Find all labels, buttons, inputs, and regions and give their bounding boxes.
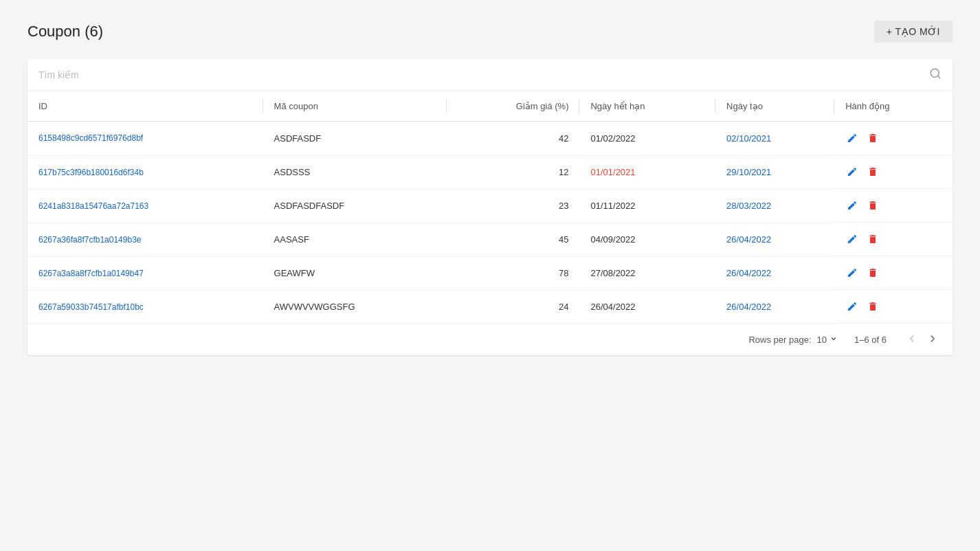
- cell-created: 29/10/2021: [715, 155, 834, 189]
- cell-actions: [834, 223, 953, 256]
- edit-button[interactable]: [845, 165, 859, 179]
- cell-created: 28/03/2022: [715, 189, 834, 223]
- cell-id[interactable]: 6267a3a8a8f7cfb1a0149b47: [27, 256, 263, 290]
- cell-id[interactable]: 6241a8318a15476aa72a7163: [27, 189, 263, 223]
- next-page-button[interactable]: [924, 331, 942, 348]
- cell-coupon-code: AASASF: [263, 223, 447, 256]
- col-header-coupon-code: Mã coupon: [263, 91, 447, 122]
- table-row: 6267a3a8a8f7cfb1a0149b47GEAWFW7827/08/20…: [27, 256, 953, 290]
- chevron-down-icon: [829, 335, 838, 345]
- svg-line-1: [937, 76, 939, 78]
- search-input[interactable]: [38, 69, 924, 80]
- table-row: 617b75c3f96b180016d6f34bASDSSS1201/01/20…: [27, 155, 953, 189]
- delete-button[interactable]: [866, 266, 880, 280]
- cell-coupon-code: AWVWVVWGGSFG: [263, 290, 447, 324]
- cell-created: 26/04/2022: [715, 256, 834, 290]
- delete-button[interactable]: [866, 300, 880, 313]
- cell-expiry: 27/08/2022: [579, 256, 715, 290]
- table-body: 6158498c9cd6571f6976d8bfASDFASDF4201/02/…: [27, 122, 953, 324]
- col-header-actions: Hành động: [834, 91, 953, 122]
- search-bar: [27, 59, 953, 91]
- pagination-nav: [903, 331, 942, 348]
- delete-button[interactable]: [866, 199, 880, 212]
- edit-button[interactable]: [845, 131, 859, 145]
- delete-button[interactable]: [866, 232, 880, 246]
- cell-created: 02/10/2021: [715, 122, 834, 156]
- cell-coupon-code: GEAWFW: [263, 256, 447, 290]
- cell-actions: [834, 189, 953, 223]
- col-header-expiry: Ngày hết hạn: [579, 91, 715, 122]
- prev-page-button[interactable]: [903, 331, 921, 348]
- cell-created: 26/04/2022: [715, 223, 834, 256]
- pagination-info: 1–6 of 6: [854, 335, 887, 345]
- cell-actions: [834, 155, 953, 189]
- table-row: 6241a8318a15476aa72a7163ASDFASDFASDF2301…: [27, 189, 953, 223]
- rows-per-page-label: Rows per page:: [748, 335, 811, 345]
- delete-button[interactable]: [866, 165, 880, 179]
- edit-button[interactable]: [845, 199, 859, 212]
- cell-discount: 23: [447, 189, 580, 223]
- cell-expiry: 01/01/2021: [579, 155, 715, 189]
- page-title: Coupon (6): [27, 23, 103, 41]
- col-header-created: Ngày tạo: [715, 91, 834, 122]
- cell-id[interactable]: 6267a59033b74517afbf10bc: [27, 290, 263, 324]
- edit-button[interactable]: [845, 232, 859, 246]
- cell-discount: 78: [447, 256, 580, 290]
- cell-discount: 24: [447, 290, 580, 324]
- table-row: 6267a59033b74517afbf10bcAWVWVVWGGSFG2426…: [27, 290, 953, 324]
- table-header-row: ID Mã coupon Giảm giá (%) Ngày hết hạn N…: [27, 91, 953, 122]
- create-button[interactable]: + TẠO MỚI: [874, 21, 953, 43]
- table-row: 6267a36fa8f7cfb1a0149b3eAASASF4504/09/20…: [27, 223, 953, 256]
- cell-discount: 42: [447, 122, 580, 156]
- cell-discount: 45: [447, 223, 580, 256]
- page-header: Coupon (6) + TẠO MỚI: [27, 21, 953, 43]
- rows-per-page-select[interactable]: 10: [817, 335, 838, 345]
- search-icon: [929, 67, 942, 82]
- edit-button[interactable]: [845, 266, 859, 280]
- cell-expiry: 01/02/2022: [579, 122, 715, 156]
- cell-discount: 12: [447, 155, 580, 189]
- table-row: 6158498c9cd6571f6976d8bfASDFASDF4201/02/…: [27, 122, 953, 156]
- rows-per-page-value: 10: [817, 335, 827, 345]
- coupons-table: ID Mã coupon Giảm giá (%) Ngày hết hạn N…: [27, 91, 953, 324]
- col-header-discount: Giảm giá (%): [447, 91, 580, 122]
- table-footer: Rows per page: 10 1–6 of 6: [27, 324, 953, 355]
- cell-actions: [834, 290, 953, 324]
- page-container: Coupon (6) + TẠO MỚI ID Mã coupon Giảm g…: [0, 0, 980, 376]
- edit-button[interactable]: [845, 300, 859, 313]
- cell-actions: [834, 122, 953, 155]
- cell-id[interactable]: 617b75c3f96b180016d6f34b: [27, 155, 263, 189]
- rows-per-page-container: Rows per page: 10: [748, 335, 838, 345]
- cell-expiry: 01/11/2022: [579, 189, 715, 223]
- cell-coupon-code: ASDFASDFASDF: [263, 189, 447, 223]
- cell-actions: [834, 256, 953, 290]
- col-header-id: ID: [27, 91, 263, 122]
- cell-coupon-code: ASDSSS: [263, 155, 447, 189]
- cell-id[interactable]: 6158498c9cd6571f6976d8bf: [27, 122, 263, 156]
- cell-created: 26/04/2022: [715, 290, 834, 324]
- cell-id[interactable]: 6267a36fa8f7cfb1a0149b3e: [27, 223, 263, 256]
- delete-button[interactable]: [866, 131, 880, 145]
- cell-coupon-code: ASDFASDF: [263, 122, 447, 156]
- cell-expiry: 04/09/2022: [579, 223, 715, 256]
- table-card: ID Mã coupon Giảm giá (%) Ngày hết hạn N…: [27, 59, 953, 355]
- cell-expiry: 26/04/2022: [579, 290, 715, 324]
